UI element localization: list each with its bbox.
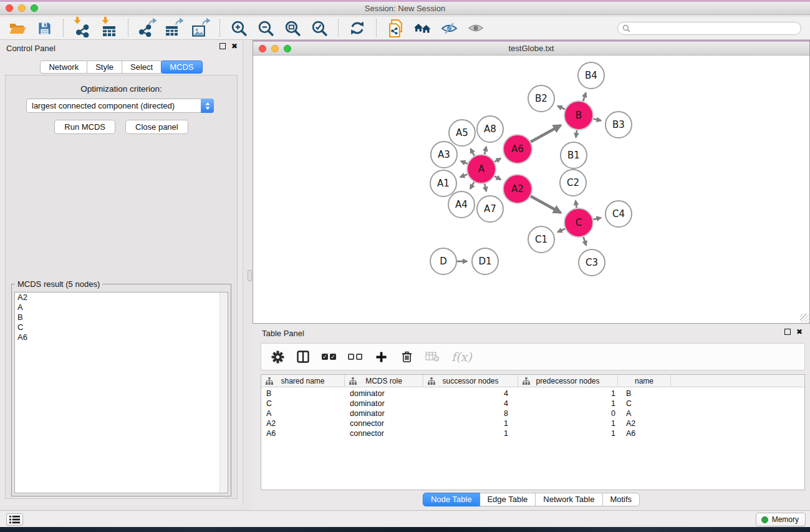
task-history-button[interactable] (6, 513, 23, 526)
graph-node-A8[interactable]: A8 (477, 116, 503, 142)
table-cell[interactable]: 1 (423, 419, 518, 428)
network-graph[interactable]: B4B2BB3A8A5A6A3B1AA1C2A2A4A7C4CC1C3DD1 (253, 56, 809, 323)
graph-node-D[interactable]: D (430, 248, 456, 274)
tab-mcds[interactable]: MCDS (161, 60, 202, 74)
column-header-name[interactable]: name (618, 375, 671, 387)
tab-edge-table[interactable]: Edge Table (480, 493, 536, 506)
graph-edge[interactable] (494, 158, 501, 162)
table-cell[interactable]: 1 (518, 429, 618, 438)
table-cell[interactable]: A2 (618, 419, 635, 428)
import-network-icon[interactable] (72, 18, 92, 38)
table-cell[interactable]: 8 (423, 409, 518, 418)
delete-trash-icon[interactable] (400, 349, 413, 364)
split-divider-grip[interactable] (248, 270, 252, 281)
graph-node-B1[interactable]: B1 (561, 142, 587, 168)
graph-edge[interactable] (494, 177, 501, 180)
table-cell[interactable]: B (261, 389, 345, 398)
table-cell[interactable]: A (618, 409, 631, 418)
export-network-icon[interactable] (137, 18, 157, 38)
graph-edge[interactable] (531, 196, 561, 213)
table-cell[interactable]: 1 (423, 429, 518, 438)
result-item[interactable]: C (15, 322, 228, 332)
zoom-out-icon[interactable] (256, 18, 276, 38)
graph-edge[interactable] (470, 182, 474, 189)
table-cell[interactable]: connector (345, 429, 423, 438)
graph-node-C[interactable]: C (564, 208, 593, 237)
table-cell[interactable]: 1 (518, 389, 618, 398)
column-header-mcds-role[interactable]: MCDS role (345, 375, 423, 387)
graph-node-C4[interactable]: C4 (605, 201, 632, 227)
network-from-file-icon[interactable] (385, 18, 405, 38)
delete-table-icon[interactable] (425, 349, 440, 364)
graph-edge[interactable] (461, 161, 468, 163)
result-item[interactable]: A2 (15, 293, 228, 302)
graph-node-A5[interactable]: A5 (449, 120, 475, 146)
tab-motifs[interactable]: Motifs (602, 493, 640, 506)
show-column-panel-icon[interactable] (296, 349, 310, 364)
search-input[interactable] (617, 22, 801, 35)
graph-edge[interactable] (460, 175, 467, 177)
column-header-predecessor-nodes[interactable]: predecessor nodes (518, 375, 618, 387)
graph-edge[interactable] (583, 93, 586, 101)
run-mcds-button[interactable]: Run MCDS (54, 120, 115, 134)
table-row[interactable]: A2connector11A2 (261, 418, 804, 428)
network-canvas[interactable]: B4B2BB3A8A5A6A3B1AA1C2A2A4A7C4CC1C3DD1 (253, 56, 809, 323)
zoom-selected-icon[interactable] (309, 18, 329, 38)
table-cell[interactable]: 4 (423, 389, 518, 398)
graph-edge[interactable] (471, 149, 475, 156)
tab-network[interactable]: Network (40, 60, 87, 74)
graph-node-B[interactable]: B (564, 101, 593, 130)
table-cell[interactable]: A6 (618, 429, 635, 438)
hide-panel-eye-icon[interactable] (439, 18, 459, 38)
float-panel-icon[interactable] (219, 43, 226, 49)
close-panel-icon[interactable]: ✖ (231, 43, 238, 49)
graph-node-C2[interactable]: C2 (560, 170, 586, 196)
deselect-all-icon[interactable] (348, 349, 362, 364)
graph-node-A1[interactable]: A1 (430, 170, 456, 196)
table-cell[interactable]: A (261, 409, 345, 418)
zoom-fit-icon[interactable] (282, 18, 302, 38)
graph-edge[interactable] (557, 229, 565, 232)
table-cell[interactable]: A6 (261, 429, 345, 438)
table-cell[interactable]: dominator (345, 399, 423, 408)
table-cell[interactable]: 1 (518, 419, 618, 428)
criterion-dropdown[interactable]: largest connected component (directed) (26, 99, 214, 113)
zoom-in-icon[interactable] (229, 18, 249, 38)
table-cell[interactable]: connector (345, 419, 423, 428)
table-cell[interactable]: B (618, 389, 631, 398)
table-row[interactable]: Bdominator41B (261, 389, 804, 399)
column-header-shared-name[interactable]: shared name (261, 375, 345, 387)
export-table-icon[interactable] (164, 18, 184, 38)
graph-node-B4[interactable]: B4 (578, 62, 604, 89)
tab-node-table[interactable]: Node Table (423, 493, 480, 506)
graph-edge[interactable] (485, 183, 486, 191)
settings-gear-icon[interactable] (271, 349, 284, 364)
add-icon[interactable] (374, 349, 388, 364)
graph-node-B3[interactable]: B3 (605, 112, 632, 138)
graph-edge[interactable] (593, 119, 600, 121)
column-header-successor-nodes[interactable]: successor nodes (423, 375, 518, 387)
save-session-icon[interactable] (34, 18, 54, 38)
table-cell[interactable]: dominator (345, 389, 423, 398)
table-cell[interactable]: 1 (518, 399, 618, 408)
table-cell[interactable]: C (618, 399, 632, 408)
graph-node-A3[interactable]: A3 (431, 142, 457, 168)
graph-node-D1[interactable]: D1 (472, 248, 498, 274)
export-image-icon[interactable] (191, 18, 211, 38)
table-cell[interactable]: 4 (423, 399, 518, 408)
graph-edge[interactable] (576, 130, 577, 137)
result-scrollbar-track[interactable] (219, 293, 228, 493)
float-table-panel-icon[interactable] (784, 329, 791, 335)
graph-edge[interactable] (485, 147, 486, 154)
open-file-icon[interactable] (7, 18, 27, 38)
table-row[interactable]: Adominator80A (261, 409, 804, 418)
graph-node-B2[interactable]: B2 (528, 85, 554, 112)
result-item[interactable]: A6 (15, 332, 228, 342)
graph-node-A6[interactable]: A6 (503, 135, 532, 163)
graph-edge[interactable] (531, 125, 561, 142)
show-panel-eye-icon[interactable] (466, 18, 486, 38)
home-icon[interactable] (412, 18, 432, 38)
tab-style[interactable]: Style (87, 60, 122, 74)
function-builder-icon[interactable]: f(x) (451, 349, 472, 364)
graph-node-A7[interactable]: A7 (477, 196, 503, 222)
